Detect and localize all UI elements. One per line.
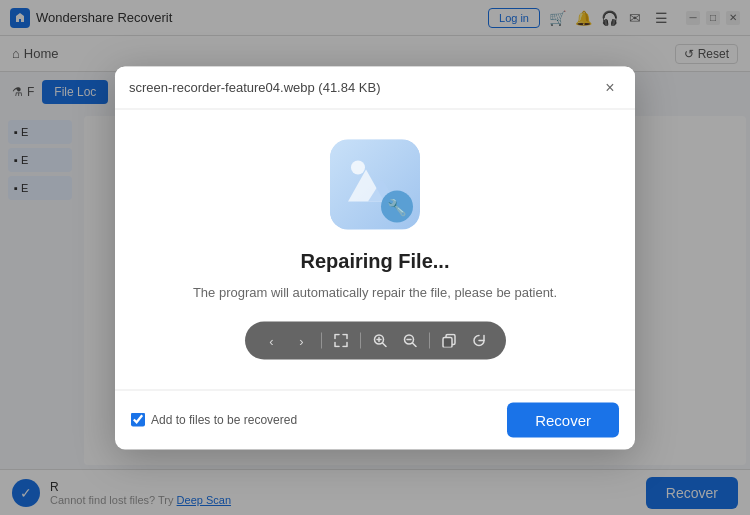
dialog-title: screen-recorder-feature04.webp (41.84 KB… [129, 80, 380, 95]
dialog-status-title: Repairing File... [301, 249, 450, 272]
dialog-body: 🔧 Repairing File... The program will aut… [115, 109, 635, 389]
dialog-title-bar: screen-recorder-feature04.webp (41.84 KB… [115, 66, 635, 109]
checkbox-label-text: Add to files to be recovered [151, 413, 297, 427]
next-button[interactable]: › [289, 328, 315, 354]
dialog-footer: Add to files to be recovered Recover [115, 389, 635, 449]
copy-button[interactable] [436, 328, 462, 354]
dialog-toolbar-controls: ‹ › [245, 322, 506, 360]
rotate-button[interactable] [466, 328, 492, 354]
zoom-in-button[interactable] [367, 328, 393, 354]
zoom-out-button[interactable] [397, 328, 423, 354]
ctrl-divider-1 [321, 333, 322, 349]
ctrl-divider-2 [360, 333, 361, 349]
repair-icon-bg: 🔧 [330, 139, 420, 229]
repair-dialog: screen-recorder-feature04.webp (41.84 KB… [115, 66, 635, 449]
dialog-close-button[interactable]: × [599, 76, 621, 98]
dialog-status-desc: The program will automatically repair th… [193, 282, 557, 302]
repair-icon-container: 🔧 [330, 139, 420, 229]
add-to-recovery-checkbox[interactable] [131, 413, 145, 427]
recover-button[interactable]: Recover [507, 402, 619, 437]
add-to-recovery-label[interactable]: Add to files to be recovered [131, 413, 297, 427]
svg-rect-9 [443, 338, 452, 348]
svg-text:🔧: 🔧 [387, 197, 407, 216]
fullscreen-button[interactable] [328, 328, 354, 354]
prev-button[interactable]: ‹ [259, 328, 285, 354]
ctrl-divider-3 [429, 333, 430, 349]
svg-point-3 [351, 160, 365, 174]
